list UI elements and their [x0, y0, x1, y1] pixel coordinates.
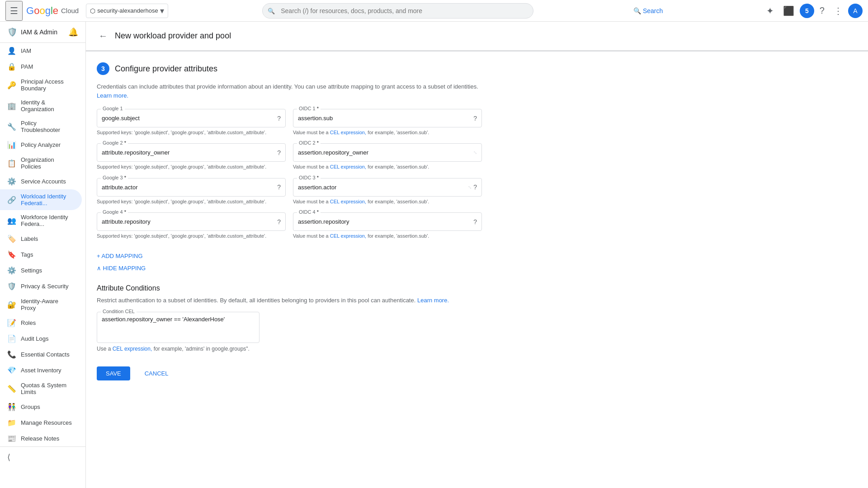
sidebar-item-audit-logs[interactable]: 📄 Audit Logs — [0, 331, 82, 347]
sidebar-item-workforce-identity[interactable]: 👥 Workforce Identity Federa... — [0, 210, 82, 231]
sidebar-item-label: Settings — [21, 267, 42, 274]
sidebar-item-service-accounts[interactable]: ⚙️ Service Accounts — [0, 174, 82, 189]
sidebar-item-organization-policies[interactable]: 📋 Organization Policies — [0, 153, 82, 174]
org-policies-icon: 📋 — [7, 159, 15, 168]
oidc-input-3[interactable] — [298, 182, 466, 192]
sidebar-item-label: Policy Troubleshooter — [21, 120, 75, 133]
sidebar-item-label: Audit Logs — [21, 335, 48, 342]
sidebar-item-manage-resources[interactable]: 📁 Manage Resources — [0, 415, 82, 431]
asset-inventory-icon: 💎 — [7, 366, 15, 375]
more-options-button[interactable]: ⋮ — [830, 2, 846, 20]
oidc-help-icon-3[interactable]: ? — [473, 183, 477, 191]
conditions-learn-more-link[interactable]: Learn more. — [417, 297, 449, 304]
cancel-button[interactable]: CANCEL — [136, 366, 178, 380]
project-dropdown-arrow: ▾ — [160, 6, 164, 16]
main-content: ← New workload provider and pool 3 Confi… — [86, 22, 868, 488]
sidebar-item-label: Labels — [21, 235, 38, 242]
sidebar-item-essential-contacts[interactable]: 📞 Essential Contacts — [0, 347, 82, 362]
sidebar-item-roles[interactable]: 📝 Roles — [0, 315, 82, 331]
sidebar-item-labels[interactable]: 🏷️ Labels — [0, 231, 82, 247]
sidebar-item-label: Identity-Aware Proxy — [21, 298, 75, 311]
sidebar-item-identity-aware-proxy[interactable]: 🔐 Identity-Aware Proxy — [0, 294, 82, 315]
sidebar-item-release-notes[interactable]: 📰 Release Notes — [0, 431, 82, 446]
sidebar-item-asset-inventory[interactable]: 💎 Asset Inventory — [0, 362, 82, 378]
sidebar-item-workload-identity[interactable]: 🔗 Workload Identity Federati... — [0, 189, 82, 210]
sidebar-item-identity-organization[interactable]: 🏢 Identity & Organization — [0, 95, 82, 116]
sidebar-item-groups[interactable]: 👫 Groups — [0, 399, 82, 415]
sparkle-button[interactable]: ✦ — [763, 2, 778, 20]
learn-more-link[interactable]: Learn more. — [97, 92, 128, 99]
add-mapping-button[interactable]: + ADD MAPPING — [97, 251, 143, 261]
hide-mapping-button[interactable]: ∧ HIDE MAPPING — [97, 263, 146, 273]
sidebar-item-settings[interactable]: ⚙️ Settings — [0, 263, 82, 278]
sidebar-item-label: Tags — [21, 251, 33, 258]
collapse-sidebar-button[interactable]: ⟨ — [7, 452, 10, 462]
google-label-4: Google 4 * — [101, 209, 128, 215]
sidebar-header: 🛡️ IAM & Admin 🔔 — [0, 22, 85, 43]
oidc-help-icon-4[interactable]: ? — [473, 218, 477, 225]
sidebar-item-policy-analyzer[interactable]: 📊 Policy Analyzer — [0, 137, 82, 153]
sidebar-item-label: Workload Identity Federati... — [21, 193, 75, 206]
back-button[interactable]: ← — [97, 29, 109, 43]
google-field-1: Google 1 ? Supported keys: 'google.subje… — [97, 109, 286, 136]
tags-icon: 🔖 — [7, 250, 15, 259]
mapping-row-3: Google 3 * ? Supported keys: 'google.sub… — [97, 178, 482, 205]
audit-logs-icon: 📄 — [7, 334, 15, 343]
save-button[interactable]: SAVE — [97, 366, 130, 380]
sidebar-item-policy-troubleshooter[interactable]: 🔧 Policy Troubleshooter — [0, 116, 82, 137]
settings-icon: ⚙️ — [7, 266, 15, 275]
condition-cel-input[interactable]: assertion.repository_owner == 'Alexander… — [102, 316, 255, 338]
project-name: security-alexanderhose — [97, 7, 158, 14]
condition-hint: Use a CEL expression, for example, 'admi… — [97, 346, 482, 352]
google-hint-1: Supported keys: 'google.subject', 'googl… — [97, 129, 286, 136]
google-input-3[interactable] — [102, 182, 275, 192]
google-help-icon-3[interactable]: ? — [277, 183, 281, 191]
terminal-button[interactable]: ⬛ — [779, 2, 798, 20]
notification-badge[interactable]: 5 — [800, 4, 814, 18]
sidebar-item-label: PAM — [21, 63, 33, 70]
google-help-icon-1[interactable]: ? — [277, 115, 281, 122]
search-button[interactable]: 🔍 Search — [628, 4, 668, 18]
step-badge: 3 — [97, 62, 109, 75]
cel-link-2[interactable]: CEL expression, — [330, 164, 366, 169]
sidebar-item-tags[interactable]: 🔖 Tags — [0, 247, 82, 263]
user-avatar[interactable]: A — [848, 4, 863, 18]
cel-link-1[interactable]: CEL expression, — [330, 130, 366, 135]
notification-bell-icon[interactable]: 🔔 — [68, 27, 78, 37]
oidc-field-3: OIDC 3 * ⤡ ? Value must be a — [293, 178, 482, 205]
oidc-input-2[interactable] — [298, 147, 472, 158]
oidc-input-1[interactable] — [298, 113, 472, 123]
sidebar-item-principal-access-boundary[interactable]: 🔑 Principal Access Boundary — [0, 75, 82, 95]
google-help-icon-2[interactable]: ? — [277, 149, 281, 156]
help-button[interactable]: ? — [816, 2, 828, 19]
section-header: 3 Configure provider attributes — [97, 62, 482, 75]
policy-analyzer-icon: 📊 — [7, 141, 15, 149]
google-input-1[interactable] — [102, 113, 275, 123]
google-help-icon-4[interactable]: ? — [277, 218, 281, 225]
oidc-input-4[interactable] — [298, 216, 472, 227]
oidc-field-4: OIDC 4 * ? Value must be a CEL — [293, 212, 482, 239]
sidebar-item-pam[interactable]: 🔒 PAM — [0, 59, 82, 75]
search-input[interactable] — [262, 3, 533, 19]
google-input-2[interactable] — [102, 147, 275, 158]
groups-icon: 👫 — [7, 403, 15, 411]
project-selector[interactable]: ⬡ security-alexanderhose ▾ — [86, 4, 168, 18]
labels-icon: 🏷️ — [7, 235, 15, 243]
google-input-4[interactable] — [102, 216, 275, 227]
sidebar-item-iam[interactable]: 👤 IAM — [0, 43, 82, 59]
menu-button[interactable]: ☰ — [5, 1, 23, 21]
google-cloud-logo: Google Cloud — [26, 5, 79, 17]
cel-link-3[interactable]: CEL expression, — [330, 199, 366, 204]
search-bar: 🔍 — [262, 3, 533, 19]
sidebar-item-quotas[interactable]: 📏 Quotas & System Limits — [0, 378, 82, 399]
oidc-help-icon-1[interactable]: ? — [473, 115, 477, 122]
sidebar-item-privacy-security[interactable]: 🛡️ Privacy & Security — [0, 278, 82, 294]
condition-cel-label: Condition CEL — [101, 309, 137, 314]
sidebar-item-label: Workforce Identity Federa... — [21, 214, 75, 227]
google-hint-4: Supported keys: 'google.subject', 'googl… — [97, 233, 286, 239]
principal-icon: 🔑 — [7, 81, 15, 89]
condition-cel-expression-link[interactable]: CEL expression, — [113, 346, 152, 352]
cloud-text: Cloud — [61, 7, 79, 14]
workforce-identity-icon: 👥 — [7, 216, 15, 225]
cel-link-4[interactable]: CEL expression, — [330, 233, 366, 239]
